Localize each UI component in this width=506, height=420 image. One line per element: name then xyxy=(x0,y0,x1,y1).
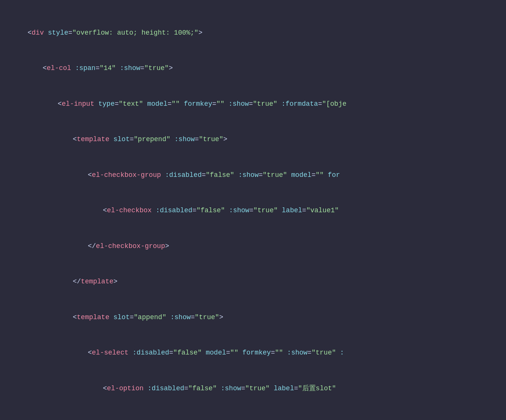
tag-name: div xyxy=(32,29,44,37)
bracket: < xyxy=(27,29,32,37)
code-line: <el-checkbox :disabled="false" :show="tr… xyxy=(11,193,495,229)
code-line: <template slot="append" :show="true"> xyxy=(11,300,495,335)
code-line: </template> xyxy=(11,264,495,300)
code-line: <el-option :disabled="false" :show="true… xyxy=(11,406,495,420)
code-line: <el-col :span="14" :show="true"> xyxy=(11,51,495,87)
code-line: <el-option :disabled="false" :show="true… xyxy=(11,371,495,406)
code-line: <el-checkbox-group :disabled="false" :sh… xyxy=(11,157,495,193)
attr-name: style xyxy=(44,29,68,37)
code-line: <template slot="prepend" :show="true"> xyxy=(11,122,495,158)
code-line: <div style="overflow: auto; height: 100%… xyxy=(11,15,495,51)
code-line: <el-input type="text" model="" formkey="… xyxy=(11,86,495,122)
code-line: </el-checkbox-group> xyxy=(11,228,495,264)
attr-value: "overflow: auto; height: 100%;" xyxy=(72,29,198,37)
code-editor: <div style="overflow: auto; height: 100%… xyxy=(0,0,506,420)
code-line: <el-select :disabled="false" model="" fo… xyxy=(11,335,495,371)
